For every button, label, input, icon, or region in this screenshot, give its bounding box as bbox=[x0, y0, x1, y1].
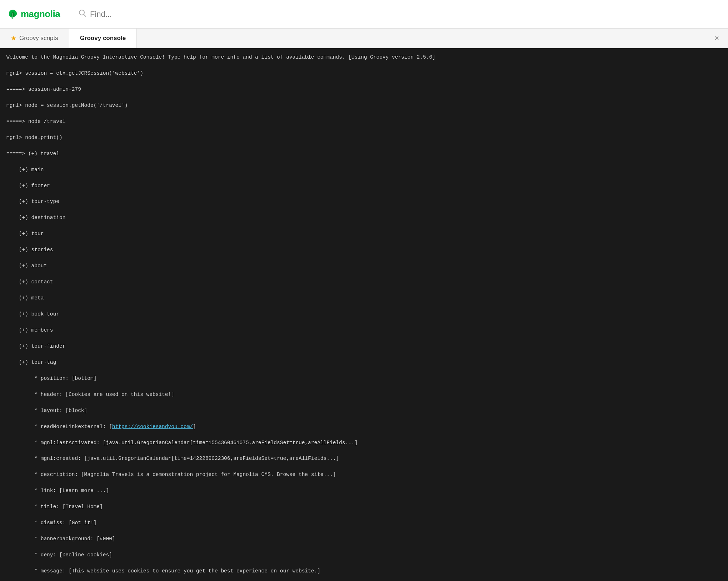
console-line-19: (+) tour-tag bbox=[6, 358, 722, 366]
console-line-17: (+) members bbox=[6, 326, 722, 334]
console-line-28: * title: [Travel Home] bbox=[6, 503, 722, 511]
logo-area: magnolia bbox=[7, 9, 71, 20]
console-line-18: (+) tour-finder bbox=[6, 342, 722, 350]
tabs-bar: ★ Groovy scripts Groovy console × bbox=[0, 29, 728, 48]
console-line-8: (+) footer bbox=[6, 182, 722, 190]
svg-line-2 bbox=[84, 15, 86, 17]
console-line-7: (+) main bbox=[6, 166, 722, 174]
search-icon bbox=[79, 9, 86, 19]
console-line-15: (+) meta bbox=[6, 294, 722, 302]
console-line-10: (+) destination bbox=[6, 214, 722, 222]
console-line-24: * mgnl:lastActivated: [java.util.Gregori… bbox=[6, 439, 722, 447]
console-line-11: (+) tour bbox=[6, 230, 722, 238]
console-line-12: (+) stories bbox=[6, 246, 722, 254]
close-button[interactable]: × bbox=[713, 32, 721, 45]
console-line-2: =====> session-admin-279 bbox=[6, 85, 722, 93]
console-line-0: Welcome to the Magnolia Groovy Interacti… bbox=[6, 53, 722, 61]
console-line-3: mgnl> node = session.getNode('/travel') bbox=[6, 101, 722, 109]
console-line-6: =====> (+) travel bbox=[6, 150, 722, 158]
external-link[interactable]: https://cookiesandyou.com/ bbox=[112, 424, 193, 429]
console-line-20: * position: [bottom] bbox=[6, 374, 722, 382]
console-line-29: * dismiss: [Got it!] bbox=[6, 519, 722, 527]
console-line-23: * readMoreLinkexternal: [https://cookies… bbox=[6, 423, 722, 431]
console-line-27: * link: [Learn more ...] bbox=[6, 487, 722, 495]
console-line-5: mgnl> node.print() bbox=[6, 134, 722, 141]
search-input[interactable] bbox=[90, 10, 714, 19]
console-line-4: =====> node /travel bbox=[6, 118, 722, 125]
console-line-16: (+) book-tour bbox=[6, 310, 722, 318]
console-line-26: * description: [Magnolia Travels is a de… bbox=[6, 471, 722, 478]
star-icon: ★ bbox=[11, 34, 16, 42]
tab-groovy-scripts-label: Groovy scripts bbox=[19, 35, 58, 42]
magnolia-logo-icon bbox=[7, 9, 19, 20]
console-line-25: * mgnl:created: [java.util.GregorianCale… bbox=[6, 455, 722, 462]
tab-groovy-console[interactable]: Groovy console bbox=[69, 29, 137, 48]
console-line-9: (+) tour-type bbox=[6, 198, 722, 205]
app-header: magnolia bbox=[0, 0, 728, 29]
tab-groovy-console-label: Groovy console bbox=[80, 35, 126, 42]
magnolia-logo-text: magnolia bbox=[21, 9, 60, 20]
console-line-31: * deny: [Decline cookies] bbox=[6, 551, 722, 559]
console-line-32: * message: [This website uses cookies to… bbox=[6, 567, 722, 575]
console-output: Welcome to the Magnolia Groovy Interacti… bbox=[0, 48, 728, 581]
console-line-30: * bannerbackground: [#000] bbox=[6, 535, 722, 543]
tab-groovy-scripts[interactable]: ★ Groovy scripts bbox=[0, 29, 69, 48]
console-line-14: (+) contact bbox=[6, 278, 722, 286]
search-area bbox=[71, 9, 721, 19]
console-line-13: (+) about bbox=[6, 262, 722, 270]
console-line-21: * header: [Cookies are used on this webs… bbox=[6, 391, 722, 398]
console-line-22: * layout: [block] bbox=[6, 407, 722, 414]
console-line-1: mgnl> session = ctx.getJCRSession('websi… bbox=[6, 69, 722, 77]
